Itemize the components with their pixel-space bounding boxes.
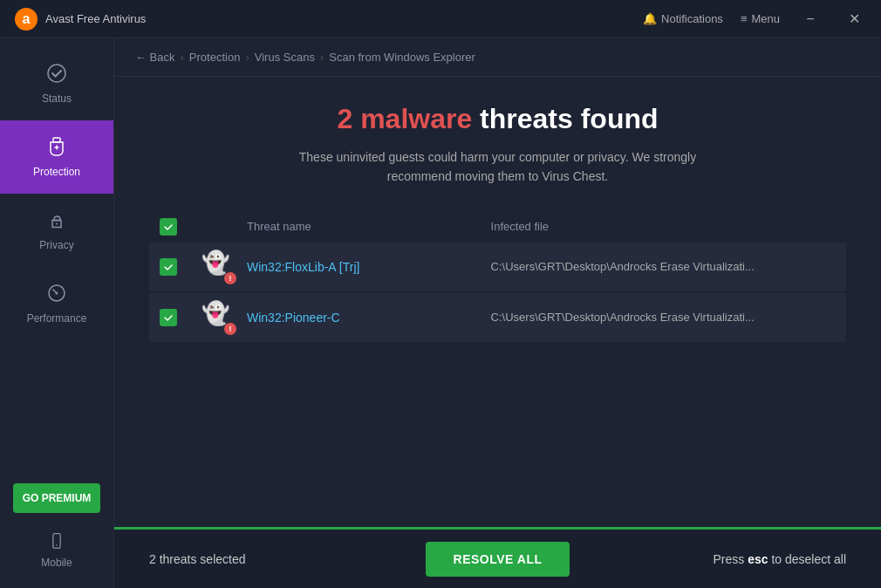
malware-icon: 👻 bbox=[201, 250, 229, 276]
malware-icon: 👻 bbox=[201, 300, 229, 326]
notifications-button[interactable]: 🔔 Notifications bbox=[643, 12, 723, 25]
sidebar-item-performance-label: Performance bbox=[27, 312, 87, 325]
app-title: Avast Free Antivirus bbox=[45, 12, 146, 25]
svg-point-6 bbox=[56, 292, 58, 295]
threat-name-header: Threat name bbox=[247, 220, 477, 233]
sidebar-item-status[interactable]: Status bbox=[0, 47, 113, 120]
bell-icon: 🔔 bbox=[643, 12, 657, 25]
row2-checkbox[interactable] bbox=[160, 309, 177, 326]
notifications-label: Notifications bbox=[661, 12, 723, 25]
threat-name-2: Win32:Pioneer-C bbox=[247, 311, 477, 325]
svg-point-8 bbox=[56, 544, 58, 546]
minimize-button[interactable]: − bbox=[797, 6, 823, 32]
svg-point-2 bbox=[48, 65, 65, 82]
breadcrumb-protection[interactable]: Protection bbox=[189, 51, 241, 64]
title-bar: a Avast Free Antivirus 🔔 Notifications ≡… bbox=[0, 0, 881, 38]
mobile-icon bbox=[48, 532, 65, 552]
sidebar-item-mobile[interactable]: Mobile bbox=[0, 522, 113, 579]
status-icon bbox=[46, 63, 67, 87]
back-button[interactable]: ← Back bbox=[135, 51, 175, 64]
breadcrumb: ← Back › Protection › Virus Scans › Scan… bbox=[114, 38, 881, 77]
footer-hint: Press esc to deselect all bbox=[587, 552, 846, 566]
threat-heading: 2 malware threats found bbox=[337, 103, 658, 135]
menu-icon: ≡ bbox=[741, 12, 748, 25]
resolve-all-button[interactable]: RESOLVE ALL bbox=[426, 542, 570, 577]
infected-file-2: C:\Users\GRT\Desktop\Androcks Erase Virt… bbox=[491, 311, 836, 324]
threat-icon-wrapper: 👻 ! bbox=[201, 302, 233, 333]
app-logo-area: a Avast Free Antivirus bbox=[14, 7, 643, 31]
select-all-checkbox[interactable] bbox=[160, 218, 177, 236]
breadcrumb-current: Scan from Windows Explorer bbox=[329, 51, 475, 64]
performance-icon bbox=[46, 283, 67, 307]
sidebar-item-privacy-label: Privacy bbox=[39, 239, 73, 251]
sidebar-item-mobile-label: Mobile bbox=[41, 557, 72, 569]
scan-result-area: 2 malware threats found These uninvited … bbox=[114, 77, 881, 527]
avast-logo-icon: a bbox=[14, 7, 38, 31]
sidebar-item-protection[interactable]: Protection bbox=[0, 120, 113, 194]
threats-table: Threat name Infected file 👻 bbox=[149, 211, 846, 344]
infected-file-1: C:\Users\GRT\Desktop\Androcks Erase Virt… bbox=[491, 260, 836, 273]
selected-count-text: 2 threats selected bbox=[149, 552, 408, 566]
close-button[interactable]: ✕ bbox=[841, 6, 867, 32]
sidebar-item-performance[interactable]: Performance bbox=[0, 267, 113, 340]
main-layout: Status Protection Privacy bbox=[0, 38, 881, 588]
warning-badge: ! bbox=[224, 323, 236, 335]
threats-found-text: threats found bbox=[472, 103, 658, 134]
row1-checkbox[interactable] bbox=[160, 258, 177, 276]
svg-point-4 bbox=[56, 223, 58, 225]
menu-label: Menu bbox=[751, 12, 780, 25]
privacy-icon bbox=[46, 209, 67, 234]
menu-button[interactable]: ≡ Menu bbox=[741, 12, 780, 25]
warning-badge: ! bbox=[224, 272, 236, 284]
table-header: Threat name Infected file bbox=[149, 211, 846, 243]
threat-name-1: Win32:FloxLib-A [Trj] bbox=[247, 260, 477, 274]
sidebar-item-status-label: Status bbox=[42, 92, 72, 105]
footer-bar: 2 threats selected RESOLVE ALL Press esc… bbox=[114, 527, 881, 588]
sidebar-item-protection-label: Protection bbox=[33, 166, 80, 178]
breadcrumb-virus-scans[interactable]: Virus Scans bbox=[255, 51, 315, 64]
threat-icon-wrapper: 👻 ! bbox=[201, 251, 233, 283]
sidebar: Status Protection Privacy bbox=[0, 38, 113, 588]
protection-icon bbox=[46, 136, 67, 161]
threat-count: 2 malware bbox=[337, 103, 472, 134]
table-row[interactable]: 👻 ! Win32:FloxLib-A [Trj] C:\Users\GRT\D… bbox=[149, 243, 846, 291]
infected-file-header: Infected file bbox=[491, 220, 836, 233]
table-row[interactable]: 👻 ! Win32:Pioneer-C C:\Users\GRT\Desktop… bbox=[149, 293, 846, 342]
content-area: ← Back › Protection › Virus Scans › Scan… bbox=[113, 38, 881, 588]
svg-text:a: a bbox=[23, 11, 31, 26]
threat-description: These uninvited guests could harm your c… bbox=[299, 147, 696, 187]
go-premium-button[interactable]: GO PREMIUM bbox=[13, 483, 100, 513]
title-bar-controls: 🔔 Notifications ≡ Menu − ✕ bbox=[643, 6, 867, 32]
sidebar-item-privacy[interactable]: Privacy bbox=[0, 194, 113, 267]
